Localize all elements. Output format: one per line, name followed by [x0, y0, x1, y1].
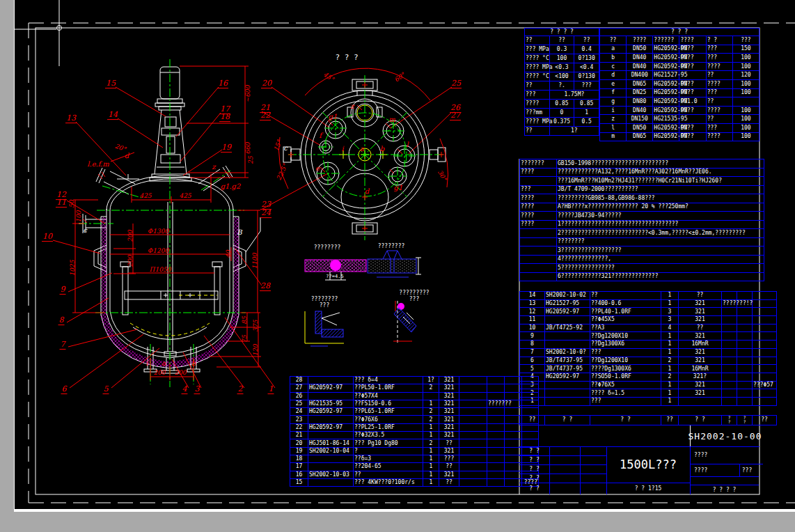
sig-field[interactable] [549, 483, 581, 494]
cell: ??PL25-1.0RF [354, 423, 423, 431]
cell [505, 384, 522, 392]
cell: ?? [439, 478, 459, 486]
cell: 2 [423, 384, 439, 392]
cell: ???? [520, 194, 557, 203]
balloon-20: 20 [261, 79, 272, 88]
cell [487, 439, 505, 447]
cell: 25 [290, 400, 308, 407]
cell [722, 324, 737, 332]
sig-field[interactable] [549, 474, 581, 483]
nozzle-table: ? ? ?????????????????? ????aDN50HG20592-… [599, 28, 759, 141]
cell [753, 316, 777, 324]
sig-field[interactable] [580, 446, 607, 456]
cell: b [600, 54, 627, 63]
cell: ?? [753, 416, 777, 425]
cell: 2 [423, 416, 439, 423]
cell: 15 [290, 478, 308, 486]
cell: 100 [549, 54, 574, 63]
cell [459, 439, 487, 447]
cell [722, 348, 737, 357]
cell: 0?130 [574, 72, 599, 81]
cell [722, 292, 737, 300]
cell: 13 [520, 299, 545, 308]
drawing-label: ????????? [399, 290, 429, 296]
sig-field[interactable] [580, 474, 607, 483]
dimension-label: Φ1300 [148, 228, 168, 235]
dimension-label: 75 [241, 335, 248, 343]
sig-field[interactable] [580, 464, 607, 474]
cell: 1 [423, 432, 439, 439]
cell: 20 [290, 439, 308, 447]
sig-field[interactable] [549, 446, 581, 456]
cell: ??PL50-1.0RF [354, 384, 423, 392]
nozzle-letter-g1: g1 [394, 184, 403, 191]
cell: HG20592-97 [653, 97, 679, 107]
cell: HG20592-97 [545, 308, 590, 316]
balloon-24: 24 [260, 209, 271, 218]
cell [522, 384, 539, 392]
cell: DN65 [627, 132, 653, 141]
cell: l [600, 123, 627, 132]
cell [520, 255, 557, 264]
cell [753, 397, 777, 405]
sig-label-2: ? ? [519, 455, 550, 465]
sig-label-3: ? ? [519, 464, 550, 474]
cell [737, 292, 753, 300]
sig-field[interactable] [580, 483, 607, 494]
cell: HG21527-95 [653, 71, 679, 80]
cell: HG20592-97 [653, 45, 679, 54]
drawing-label: ???????? [314, 244, 341, 251]
cell [753, 292, 777, 300]
cell [505, 392, 522, 400]
cell: ???? MPa [525, 63, 550, 72]
cell [308, 463, 354, 471]
cell [520, 272, 557, 281]
cell: 16MnR [679, 365, 722, 373]
nozzle-letter-b: b [191, 359, 196, 367]
cell [308, 377, 354, 384]
cell: 321 [439, 400, 459, 407]
drawing-label: ??? [409, 296, 419, 302]
cell: ????Dg1300X6 [590, 365, 661, 373]
product-title: 1500L??? [606, 446, 691, 483]
cad-canvas[interactable]: ? ? ? ?????????? MPa0.30.4???? °C1000?13… [14, 0, 795, 512]
drawing-sheet: ? ? ? ?????????? MPa0.30.4???? °C1000?13… [14, 0, 795, 509]
cell [545, 397, 590, 405]
cell: A?HB????x??????????????? 20 % ???250mm? [557, 203, 764, 212]
cell: ???Φ57 [753, 381, 777, 389]
cell [522, 416, 539, 423]
cell: JB/T 4709-2000?????????? [557, 185, 764, 194]
cell [545, 316, 590, 324]
sig-field[interactable] [549, 464, 581, 474]
cell: ?? [354, 471, 423, 478]
cell: ???? [525, 100, 550, 109]
balloon-11: 11 [56, 198, 67, 208]
cell [520, 237, 557, 247]
cell: ??? [590, 397, 661, 405]
cell: ?? [439, 439, 459, 447]
cell: 21 [290, 432, 308, 439]
cell: 14 [520, 292, 545, 300]
cell [737, 332, 753, 341]
cell: 1 [423, 447, 439, 455]
cell: ?????????GB985-88,GB986-88??? [557, 194, 764, 203]
dimension-label: 40 [225, 250, 232, 258]
cell: ?? [706, 115, 732, 124]
cell: ? ? [706, 36, 732, 45]
cell [487, 423, 505, 431]
cell: 100 [732, 79, 759, 88]
balloon-7: 7 [60, 341, 66, 350]
cell: 1 [423, 400, 439, 407]
cell [737, 308, 753, 316]
cell: 4??????????????, [557, 255, 764, 264]
sig-field[interactable] [549, 455, 581, 465]
cell: 0 [549, 109, 574, 118]
bom-right: 14SH2002-10-02??1??13HG21527-95??400-0.6… [519, 291, 777, 406]
sig-field[interactable] [580, 455, 607, 465]
cell: PN?? [679, 54, 706, 63]
cell: ? ? [737, 416, 753, 425]
cell: 28 [290, 377, 308, 384]
cell: 6????????????321?????????????? [557, 272, 764, 281]
cell: ??? [574, 81, 599, 91]
title-block: SH2002-10-00 ? ? ? ? ? ? ? ? ? ? 1500L??… [519, 425, 759, 495]
